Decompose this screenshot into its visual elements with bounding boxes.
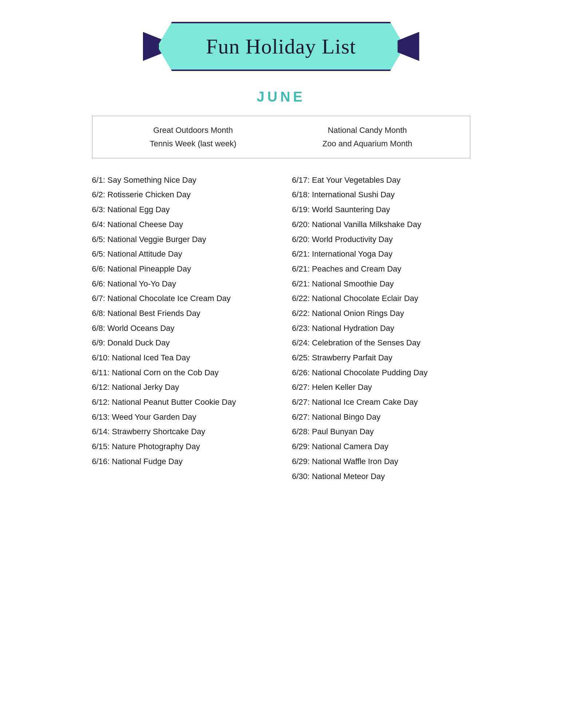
holiday-item: 6/6: National Pineapple Day bbox=[92, 262, 270, 277]
holiday-item: 6/12: National Jerky Day bbox=[92, 380, 270, 395]
holidays-section: 6/1: Say Something Nice Day6/2: Rotisser… bbox=[92, 173, 470, 484]
holiday-item: 6/29: National Camera Day bbox=[292, 439, 470, 454]
holiday-item: 6/29: National Waffle Iron Day bbox=[292, 454, 470, 469]
holiday-item: 6/1: Say Something Nice Day bbox=[92, 173, 270, 188]
monthly-event-item: Great Outdoors Month bbox=[150, 123, 236, 137]
holiday-item: 6/22: National Chocolate Eclair Day bbox=[292, 291, 470, 306]
holiday-item: 6/27: Helen Keller Day bbox=[292, 380, 470, 395]
holiday-item: 6/21: National Smoothie Day bbox=[292, 277, 470, 292]
holiday-item: 6/6: National Yo-Yo Day bbox=[92, 277, 270, 292]
monthly-event-item: National Candy Month bbox=[322, 123, 412, 137]
banner-right-wing bbox=[398, 32, 419, 61]
holiday-item: 6/11: National Corn on the Cob Day bbox=[92, 365, 270, 380]
holiday-item: 6/20: World Productivity Day bbox=[292, 232, 470, 247]
holiday-item: 6/20: National Vanilla Milkshake Day bbox=[292, 217, 470, 232]
banner-container: Fun Holiday List bbox=[92, 22, 470, 71]
holiday-item: 6/28: Paul Bunyan Day bbox=[292, 424, 470, 439]
holiday-item: 6/14: Strawberry Shortcake Day bbox=[92, 424, 270, 439]
monthly-events-left: Great Outdoors Month Tennis Week (last w… bbox=[150, 123, 236, 151]
holiday-item: 6/15: Nature Photography Day bbox=[92, 439, 270, 454]
holiday-item: 6/30: National Meteor Day bbox=[292, 469, 470, 484]
holiday-item: 6/13: Weed Your Garden Day bbox=[92, 410, 270, 425]
holiday-item: 6/21: Peaches and Cream Day bbox=[292, 262, 470, 277]
holiday-item: 6/21: International Yoga Day bbox=[292, 247, 470, 262]
holiday-item: 6/22: National Onion Rings Day bbox=[292, 306, 470, 321]
holiday-item: 6/17: Eat Your Vegetables Day bbox=[292, 173, 470, 188]
holiday-item: 6/2: Rotisserie Chicken Day bbox=[92, 187, 270, 202]
holiday-item: 6/5: National Attitude Day bbox=[92, 247, 270, 262]
holiday-item: 6/24: Celebration of the Senses Day bbox=[292, 336, 470, 351]
holiday-item: 6/27: National Ice Cream Cake Day bbox=[292, 395, 470, 410]
holiday-item: 6/4: National Cheese Day bbox=[92, 217, 270, 232]
holiday-item: 6/19: World Sauntering Day bbox=[292, 202, 470, 217]
holiday-item: 6/25: Strawberry Parfait Day bbox=[292, 351, 470, 365]
monthly-events-box: Great Outdoors Month Tennis Week (last w… bbox=[92, 116, 470, 158]
holidays-right-column: 6/17: Eat Your Vegetables Day6/18: Inter… bbox=[292, 173, 470, 484]
holiday-item: 6/9: Donald Duck Day bbox=[92, 336, 270, 351]
holiday-item: 6/8: World Oceans Day bbox=[92, 321, 270, 336]
holiday-item: 6/5: National Veggie Burger Day bbox=[92, 232, 270, 247]
page-title: Fun Holiday List bbox=[206, 35, 356, 58]
banner: Fun Holiday List bbox=[158, 22, 405, 71]
monthly-events-right: National Candy Month Zoo and Aquarium Mo… bbox=[322, 123, 412, 151]
holiday-item: 6/16: National Fudge Day bbox=[92, 454, 270, 469]
holiday-item: 6/27: National Bingo Day bbox=[292, 410, 470, 425]
holiday-item: 6/18: International Sushi Day bbox=[292, 187, 470, 202]
monthly-event-item: Zoo and Aquarium Month bbox=[322, 137, 412, 150]
holiday-item: 6/23: National Hydration Day bbox=[292, 321, 470, 336]
page: Fun Holiday List JUNE Great Outdoors Mon… bbox=[63, 0, 499, 506]
holidays-left-column: 6/1: Say Something Nice Day6/2: Rotisser… bbox=[92, 173, 270, 484]
holiday-item: 6/8: National Best Friends Day bbox=[92, 306, 270, 321]
monthly-event-item: Tennis Week (last week) bbox=[150, 137, 236, 150]
holiday-item: 6/12: National Peanut Butter Cookie Day bbox=[92, 395, 270, 410]
banner-wrapper: Fun Holiday List bbox=[143, 22, 419, 71]
holiday-item: 6/7: National Chocolate Ice Cream Day bbox=[92, 291, 270, 306]
holiday-item: 6/26: National Chocolate Pudding Day bbox=[292, 365, 470, 380]
holiday-item: 6/10: National Iced Tea Day bbox=[92, 351, 270, 365]
holiday-item: 6/3: National Egg Day bbox=[92, 202, 270, 217]
month-heading: JUNE bbox=[92, 89, 470, 105]
